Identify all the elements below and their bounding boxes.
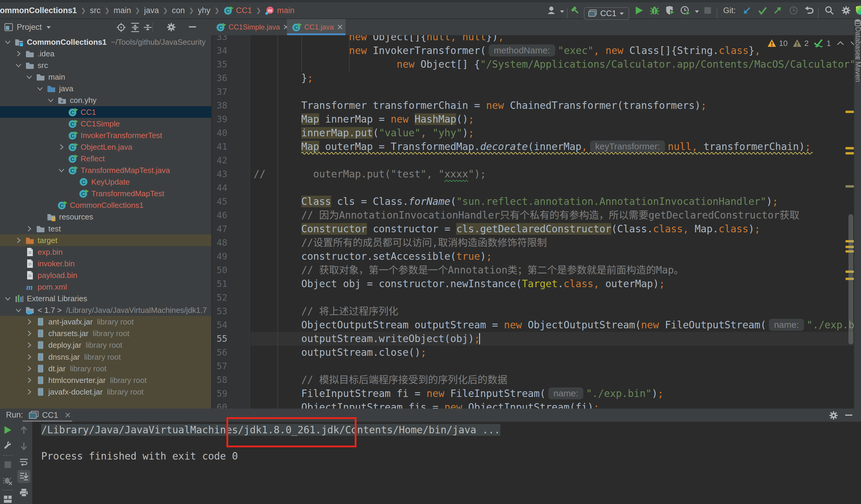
restore-layout-icon[interactable] <box>1 493 14 504</box>
chevron-right-icon[interactable] <box>26 388 33 395</box>
console-line[interactable]: /Library/Java/JavaVirtualMachines/jdk1.8… <box>41 423 861 437</box>
tree-row[interactable]: .idea <box>0 48 211 59</box>
up-stack-trace-icon[interactable] <box>17 423 30 437</box>
git-commit-icon[interactable] <box>756 5 768 16</box>
code-line[interactable]: Map innerMap = new HashMap(); <box>254 112 854 126</box>
run-tab-cc1[interactable]: CC1 ✕ <box>29 409 71 422</box>
chevron-right-icon[interactable] <box>26 353 33 361</box>
chevron-down-icon[interactable] <box>58 167 65 174</box>
code-line[interactable] <box>254 359 854 373</box>
tree-row[interactable]: dt.jar library root <box>0 363 211 374</box>
chevron-right-icon[interactable] <box>58 143 65 151</box>
collapse-all-icon[interactable] <box>142 23 153 32</box>
tree-row[interactable]: CCC1 <box>0 106 211 118</box>
tree-row[interactable]: exp.bin <box>0 246 211 258</box>
code-line[interactable]: // outerMap.put("test", "xxxx"); <box>254 167 854 181</box>
code-line[interactable]: Map outerMap = TransformedMap.decorate(i… <box>254 140 854 154</box>
inspections-widget[interactable]: 1021 <box>767 39 858 48</box>
tree-row[interactable]: payload.bin <box>0 269 211 281</box>
code-line[interactable]: Transformer transformerChain = new Chain… <box>254 99 854 112</box>
gear-icon[interactable] <box>166 23 176 32</box>
prev-warning-icon[interactable] <box>836 41 844 46</box>
ide-shield-icon[interactable] <box>854 5 861 16</box>
settings-icon[interactable] <box>840 5 852 16</box>
tree-row[interactable]: ant-javafx.jar library root <box>0 316 211 327</box>
tree-row[interactable]: CTransformedMapTest <box>0 187 211 199</box>
project-title[interactable]: Project <box>17 23 42 32</box>
run-configuration-select[interactable]: CC1 <box>584 7 629 20</box>
code-line[interactable]: constructor.setAccessible(true); <box>254 250 854 263</box>
tree-row[interactable]: test <box>0 223 211 234</box>
tree-row[interactable]: deploy.jar library root <box>0 339 211 351</box>
code-viewport[interactable]: new Object[]{null, null}), new InvokerTr… <box>250 35 854 409</box>
scroll-to-end-icon[interactable] <box>17 470 30 483</box>
tree-row[interactable]: dnsns.jar library root <box>0 351 211 363</box>
tab-cc1simple-java[interactable]: C CC1Simple.java ✕ <box>211 19 287 35</box>
tree-row[interactable]: External Libraries <box>0 293 211 304</box>
console-line[interactable] <box>41 437 861 450</box>
tree-row[interactable]: CReflect <box>0 153 211 164</box>
code-line[interactable] <box>254 154 854 167</box>
console-line[interactable]: Process finished with exit code 0 <box>41 450 861 463</box>
chevron-down-icon[interactable] <box>37 85 43 92</box>
rerun-failed-icon[interactable] <box>1 474 14 487</box>
edit-configuration-icon[interactable] <box>1 439 14 453</box>
code-line[interactable]: outputStream.writeObject(obj); <box>254 332 854 346</box>
locate-file-icon[interactable] <box>116 23 126 32</box>
chevron-down-icon[interactable] <box>4 295 11 302</box>
chevron-down-icon[interactable] <box>4 39 11 46</box>
chevron-right-icon[interactable] <box>26 365 33 372</box>
chevron-down-icon[interactable] <box>47 97 54 104</box>
print-icon[interactable] <box>17 486 30 499</box>
editor[interactable]: 3334353637383940414243444546474849505152… <box>212 35 854 409</box>
chevron-down-icon[interactable] <box>46 25 51 29</box>
code-line[interactable]: //设置所有的成员都可以访问,取消构造函数修饰符限制 <box>254 236 854 250</box>
tree-row[interactable]: < 1.7 > /Library/Java/JavaVirtualMachine… <box>0 304 211 316</box>
code-line[interactable]: new InvokerTransformer(methodName:"exec"… <box>254 44 854 58</box>
code-line[interactable]: FileInputStream fi = new FileInputStream… <box>254 387 854 401</box>
search-icon[interactable] <box>823 5 835 16</box>
code-line[interactable]: new Object[]{null, null}), <box>254 35 854 44</box>
chevron-right-icon[interactable] <box>26 341 33 349</box>
tree-row[interactable]: resources <box>0 211 211 223</box>
chevron-down-icon[interactable] <box>15 307 22 314</box>
stop-button[interactable] <box>702 5 714 16</box>
stop-button[interactable] <box>1 458 14 471</box>
toolwindow-button-maven[interactable]: Maven <box>854 61 861 82</box>
tree-row[interactable]: javafx-doclet.jar library root <box>0 386 211 397</box>
code-line[interactable]: Class cls = Class.forName("sun.reflect.a… <box>254 195 854 208</box>
expand-all-icon[interactable] <box>130 23 140 32</box>
profiler-button[interactable] <box>680 5 692 16</box>
close-icon[interactable]: ✕ <box>65 411 71 419</box>
chevron-right-icon[interactable] <box>15 50 22 57</box>
code-line[interactable]: }; <box>254 71 854 85</box>
chevron-right-icon[interactable] <box>26 318 33 325</box>
build-icon[interactable] <box>569 5 581 16</box>
tree-row[interactable]: CTransformedMapTest.java <box>0 164 211 176</box>
tree-row[interactable]: java <box>0 83 211 94</box>
tree-row[interactable]: con.yhy <box>0 94 211 106</box>
code-line[interactable]: Constructor constructor = cls.getDeclare… <box>254 222 854 236</box>
tree-row[interactable]: src <box>0 59 211 71</box>
tree-row[interactable]: CCommonCollections1 <box>0 199 211 211</box>
git-history-icon[interactable] <box>788 5 800 16</box>
code-line[interactable]: ObjectOutputStream outputStream = new Ob… <box>254 318 854 332</box>
git-push-icon[interactable] <box>771 5 783 16</box>
git-rollback-icon[interactable] <box>803 5 815 16</box>
down-stack-trace-icon[interactable] <box>17 439 30 453</box>
tree-row[interactable]: CObjectLen.java <box>0 141 211 153</box>
tab-cc1-java[interactable]: C CC1.java ✕ <box>287 19 345 35</box>
coverage-button[interactable] <box>664 5 676 16</box>
code-line[interactable]: // 因为AnnotationInvocationHandler只有个私有的有参… <box>254 208 854 222</box>
soft-wrap-icon[interactable] <box>17 456 30 469</box>
rerun-button[interactable] <box>1 423 14 437</box>
tree-row[interactable]: charsets.jar library root <box>0 327 211 339</box>
code-line[interactable]: Object obj = constructor.newInstance(Tar… <box>254 277 854 291</box>
tree-row[interactable]: target <box>0 234 211 246</box>
tree-row[interactable]: invoker.bin <box>0 258 211 269</box>
code-line[interactable]: new Object[] {"/System/Applications/Calc… <box>254 58 854 71</box>
chevron-right-icon[interactable] <box>26 330 33 337</box>
tree-row[interactable]: CommonCollections1 ~/Tools/github/JavaSe… <box>0 36 211 48</box>
hide-toolwindow-icon[interactable] <box>844 411 853 420</box>
run-console[interactable]: /Library/Java/JavaVirtualMachines/jdk1.8… <box>32 422 861 504</box>
